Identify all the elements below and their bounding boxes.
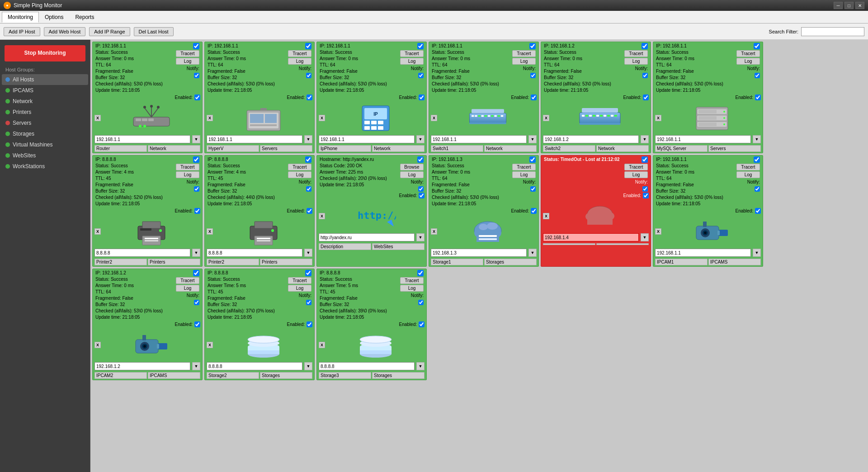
ip-input[interactable] xyxy=(207,249,302,257)
dropdown-button[interactable]: ▼ xyxy=(192,362,200,370)
enabled-check[interactable] xyxy=(755,94,761,100)
browse-button[interactable]: Browse xyxy=(400,164,424,170)
notify-check[interactable] xyxy=(418,186,424,192)
ip-input[interactable] xyxy=(94,249,190,257)
tracert-button[interactable]: Tracert xyxy=(624,50,648,57)
enabled-check[interactable] xyxy=(419,321,425,327)
close-x-button[interactable]: X xyxy=(94,228,101,235)
close-x-button[interactable]: X xyxy=(94,342,101,348)
enabled-check[interactable] xyxy=(194,208,200,214)
tracert-button[interactable]: Tracert xyxy=(288,50,311,57)
ip-input[interactable] xyxy=(207,362,302,370)
enabled-check[interactable] xyxy=(643,193,649,198)
card-notify-checkbox[interactable] xyxy=(305,156,311,163)
close-x-button[interactable]: X xyxy=(655,115,661,121)
dropdown-button[interactable]: ▼ xyxy=(416,362,425,370)
del-last-host-button[interactable]: Del Last Host xyxy=(134,27,174,36)
close-x-button[interactable]: X xyxy=(319,342,325,348)
enabled-check[interactable] xyxy=(419,94,425,100)
stop-monitoring-button[interactable]: Stop Monitoring xyxy=(5,45,85,61)
close-x-button[interactable]: X xyxy=(207,342,213,348)
sidebar-item-servers[interactable]: Servers xyxy=(2,118,88,128)
notify-check[interactable] xyxy=(530,186,536,192)
ip-input[interactable] xyxy=(207,135,302,143)
ip-input[interactable] xyxy=(319,233,415,241)
enabled-check[interactable] xyxy=(755,208,761,214)
tracert-button[interactable]: Tracert xyxy=(512,50,536,57)
log-button[interactable]: Log xyxy=(176,285,199,292)
notify-check[interactable] xyxy=(306,73,311,78)
tracert-button[interactable]: Tracert xyxy=(176,164,199,170)
card-notify-checkbox[interactable] xyxy=(305,43,311,49)
enabled-check[interactable] xyxy=(307,94,312,100)
enabled-check[interactable] xyxy=(419,193,425,198)
tracert-button[interactable]: Tracert xyxy=(176,50,199,57)
notify-check[interactable] xyxy=(194,186,199,192)
sidebar-item-all-hosts[interactable]: All Hosts xyxy=(2,74,88,85)
sidebar-item-storages[interactable]: Storages xyxy=(2,128,88,139)
card-notify-checkbox[interactable] xyxy=(529,156,536,163)
dropdown-button[interactable]: ▼ xyxy=(192,135,200,143)
add-ip-host-button[interactable]: Add IP Host xyxy=(4,27,40,36)
sidebar-item-printers[interactable]: Printers xyxy=(2,107,88,118)
close-button[interactable]: ✕ xyxy=(855,2,864,9)
enabled-check[interactable] xyxy=(307,208,312,214)
dropdown-button[interactable]: ▼ xyxy=(416,135,425,143)
notify-check[interactable] xyxy=(530,73,536,78)
enabled-check[interactable] xyxy=(531,208,537,214)
search-input[interactable] xyxy=(801,27,864,36)
log-button[interactable]: Log xyxy=(288,58,311,65)
card-notify-checkbox[interactable] xyxy=(642,156,648,163)
dropdown-button[interactable]: ▼ xyxy=(641,135,649,143)
dropdown-button[interactable]: ▼ xyxy=(641,233,649,241)
dropdown-button[interactable]: ▼ xyxy=(753,135,761,143)
close-x-button[interactable]: X xyxy=(94,115,101,121)
maximize-button[interactable]: □ xyxy=(844,2,854,9)
card-notify-checkbox[interactable] xyxy=(754,156,760,163)
enabled-check[interactable] xyxy=(643,94,649,100)
ip-input[interactable] xyxy=(319,135,415,143)
enabled-check[interactable] xyxy=(194,321,200,327)
sidebar-item-virtual-machines[interactable]: Virtual Mashines xyxy=(2,139,88,150)
log-button[interactable]: Log xyxy=(400,285,424,292)
tracert-button[interactable]: Tracert xyxy=(288,277,311,284)
tracert-button[interactable]: Tracert xyxy=(624,164,648,170)
ip-input[interactable] xyxy=(655,135,751,143)
notify-check[interactable] xyxy=(755,186,760,192)
notify-check[interactable] xyxy=(306,300,311,305)
notify-check[interactable] xyxy=(194,300,199,305)
tab-options[interactable]: Options xyxy=(39,12,69,23)
dropdown-button[interactable]: ▼ xyxy=(304,135,312,143)
dropdown-button[interactable]: ▼ xyxy=(528,249,537,257)
ip-input[interactable] xyxy=(655,249,751,257)
tracert-button[interactable]: Tracert xyxy=(736,50,760,57)
tab-monitoring[interactable]: Monitoring xyxy=(2,12,39,23)
close-x-button[interactable]: X xyxy=(543,213,549,219)
close-x-button[interactable]: X xyxy=(431,115,437,121)
sidebar-item-network[interactable]: Network xyxy=(2,96,88,107)
ip-input[interactable] xyxy=(431,249,527,257)
card-notify-checkbox[interactable] xyxy=(417,156,424,163)
log-button[interactable]: Log xyxy=(288,285,311,292)
tracert-button[interactable]: Tracert xyxy=(176,277,199,284)
log-button[interactable]: Log xyxy=(400,58,424,65)
log-button[interactable]: Log xyxy=(512,58,536,65)
ip-input[interactable] xyxy=(543,135,639,143)
tracert-button[interactable]: Tracert xyxy=(512,164,536,170)
close-x-button[interactable]: X xyxy=(319,213,325,219)
close-x-button[interactable]: X xyxy=(207,228,213,235)
dropdown-button[interactable]: ▼ xyxy=(304,249,312,257)
dropdown-button[interactable]: ▼ xyxy=(528,135,537,143)
close-x-button[interactable]: X xyxy=(207,115,213,121)
close-x-button[interactable]: X xyxy=(431,228,437,235)
tab-reports[interactable]: Reports xyxy=(69,12,100,23)
tracert-button[interactable]: Tracert xyxy=(400,277,424,284)
sidebar-item-workstations[interactable]: WorkStations xyxy=(2,161,88,172)
log-button[interactable]: Log xyxy=(736,171,760,178)
tracert-button[interactable]: Tracert xyxy=(400,50,424,57)
enabled-check[interactable] xyxy=(531,94,537,100)
log-button[interactable]: Log xyxy=(736,58,760,65)
card-notify-checkbox[interactable] xyxy=(417,270,424,276)
log-button[interactable]: Log xyxy=(512,171,536,178)
card-notify-checkbox[interactable] xyxy=(529,43,536,49)
